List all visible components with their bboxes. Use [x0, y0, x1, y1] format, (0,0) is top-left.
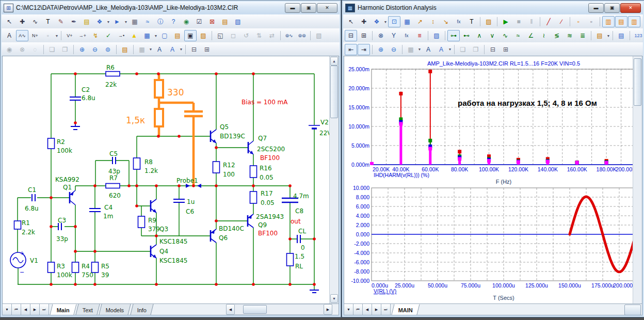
page-tab-text[interactable]: Text: [75, 304, 100, 315]
tab-menu-icon[interactable]: ▼: [3, 304, 12, 315]
voltage-marker-icon[interactable]: V+: [63, 30, 76, 41]
bring-front-icon[interactable]: ❏: [457, 44, 469, 55]
polygon-icon[interactable]: ✒: [68, 16, 80, 27]
checkbox-icon[interactable]: ☑: [193, 16, 205, 27]
y-axis-mode-icon[interactable]: ⇥: [358, 44, 370, 55]
clipboard-icon-dropdown-icon[interactable]: ▼: [606, 34, 610, 38]
dash-box2-icon[interactable]: ▫: [585, 16, 598, 27]
rows-icon[interactable]: ▤: [615, 16, 627, 27]
x-axis-mode-icon[interactable]: ⇤: [345, 44, 357, 55]
valley-icon[interactable]: ∨: [486, 30, 498, 41]
graph-setup-icon[interactable]: ▦: [401, 16, 413, 27]
send-back-icon[interactable]: ❐: [470, 44, 482, 55]
numeric-output-icon[interactable]: 123: [632, 30, 644, 41]
plot-area[interactable]: AMP_Like-Melodiya-103M2.CIR RL=1.5...16 …: [344, 56, 642, 304]
zoom-out-icon[interactable]: ⊖: [89, 44, 101, 55]
mode-grid-icon-dropdown-icon[interactable]: ▼: [417, 47, 422, 51]
list-icon[interactable]: ▤: [615, 30, 627, 41]
split-h-icon[interactable]: ⊟: [188, 44, 200, 55]
first-tab-icon[interactable]: ⏮: [353, 304, 363, 315]
minimize-button[interactable]: ▬: [285, 3, 300, 13]
pause-icon[interactable]: ‖: [525, 16, 538, 27]
font-icon[interactable]: A: [153, 44, 166, 55]
info-icon[interactable]: ⓘ: [154, 16, 167, 27]
attr-text-icon[interactable]: A: [3, 30, 15, 41]
mode-grid-icon[interactable]: ▦: [136, 44, 148, 55]
condition-icon[interactable]: ✓: [102, 30, 115, 41]
find-icon[interactable]: ⊚⊚: [296, 30, 308, 41]
wire-mode-icon[interactable]: ∿: [29, 16, 41, 27]
schematic-canvas[interactable]: R622kC26.8uR2100kC543pR7620KSA992Q1C16.8…: [2, 56, 339, 304]
schematic-vscrollbar[interactable]: ▲ ▼: [329, 56, 339, 303]
region-box-icon[interactable]: ◱: [214, 30, 227, 41]
new-page-icon[interactable]: ▢: [158, 30, 171, 41]
properties-icon[interactable]: ▨: [482, 16, 495, 27]
font-color-icon-dropdown-icon[interactable]: ▼: [179, 47, 183, 51]
next-tab-icon[interactable]: ▶: [372, 304, 381, 315]
pan-icon[interactable]: ✚: [16, 16, 28, 27]
shape-icon[interactable]: ❖: [371, 16, 383, 27]
font-color-icon-dropdown-icon[interactable]: ▼: [448, 47, 452, 51]
analysis-titlebar[interactable]: ▦ Harmonic Distortion Analysis ▬ ▣ ✕: [343, 2, 643, 14]
vscroll-thumb[interactable]: [330, 66, 338, 118]
hscroll-left-icon[interactable]: ◀: [226, 304, 235, 315]
maximize-button[interactable]: ▣: [604, 3, 620, 13]
page-tab-models[interactable]: Models: [99, 304, 132, 315]
more-circle-icon[interactable]: ◌: [29, 44, 41, 55]
columns2-icon[interactable]: ▥: [628, 16, 640, 27]
zoom-100-icon[interactable]: ⊚: [102, 44, 114, 55]
hscroll-thumb[interactable]: [243, 305, 267, 314]
node-voltage-icon[interactable]: ▫: [42, 30, 54, 41]
pin-connect-icon[interactable]: →•: [115, 30, 127, 41]
error-sheet-icon[interactable]: ⊠: [206, 16, 218, 27]
text-icon[interactable]: T: [42, 16, 54, 27]
select-icon[interactable]: ↖: [3, 16, 15, 27]
properties-icon[interactable]: ▨: [197, 30, 210, 41]
send-back-icon[interactable]: ❐: [59, 44, 71, 55]
slope-icon[interactable]: ∠: [525, 30, 537, 41]
y-value-icon[interactable]: Y: [388, 30, 400, 41]
edit-sheet-icon[interactable]: ▧: [232, 16, 244, 27]
wave-mark-icon[interactable]: ∿: [499, 30, 511, 41]
component-icon[interactable]: ❖: [93, 16, 106, 27]
hscroll-thumb[interactable]: [624, 305, 641, 315]
bus-icon[interactable]: ▤: [81, 16, 93, 27]
find-wave-icon[interactable]: ⊚∿: [283, 30, 295, 41]
columns3-icon[interactable]: ▥: [641, 16, 644, 27]
stop-circle-icon[interactable]: ◉: [3, 44, 15, 55]
line-icon[interactable]: ✎: [55, 16, 67, 27]
fx-icon[interactable]: fx: [453, 16, 465, 27]
page-tab-main[interactable]: Main: [50, 304, 76, 315]
next-tab-icon[interactable]: ▶: [30, 304, 40, 315]
wave-scan-icon[interactable]: ≈: [512, 30, 524, 41]
mode-grid-icon[interactable]: ▦: [405, 44, 417, 55]
data-points2-icon[interactable]: ⊷: [460, 30, 473, 41]
scale-dn-icon[interactable]: ↘: [440, 16, 452, 27]
first-tab-icon[interactable]: ⏮: [12, 304, 21, 315]
stripes-icon[interactable]: ▤: [219, 16, 231, 27]
run-icon[interactable]: ▶: [500, 16, 512, 27]
hscroll-right-icon[interactable]: ▶: [324, 304, 332, 315]
pan-icon[interactable]: ✚: [358, 16, 370, 27]
prev-tab-icon[interactable]: ◀: [363, 304, 372, 315]
scroll-down-icon[interactable]: ▼: [330, 294, 338, 303]
grid-icon-dropdown-icon[interactable]: ▼: [154, 34, 158, 38]
wave-stack-icon[interactable]: ≣: [576, 30, 589, 41]
scale-xy-icon[interactable]: ↕: [427, 16, 439, 27]
hline-cursor-icon[interactable]: ⊟: [345, 30, 357, 41]
x-value-icon[interactable]: ⊗: [375, 30, 387, 41]
dash-box-icon[interactable]: ▫: [572, 16, 585, 27]
edit-props-icon[interactable]: ▨: [430, 30, 443, 41]
prev-tab-icon[interactable]: ◀: [21, 304, 30, 315]
maximize-button[interactable]: ▣: [301, 3, 316, 13]
grid-icon[interactable]: ▦: [141, 30, 153, 41]
plot-vscrollbar[interactable]: [633, 56, 642, 303]
mode-grid-icon-dropdown-icon[interactable]: ▼: [149, 47, 153, 51]
schematic-titlebar[interactable]: ⊞ C:\MC12\DATA\Petrov\AMP_Like_Melodiya-…: [2, 2, 340, 14]
cross-cursor-icon[interactable]: ⊞: [358, 30, 370, 41]
power-icon[interactable]: ↯: [89, 30, 102, 41]
limits-icon[interactable]: ╱: [542, 16, 555, 27]
spreadsheet-icon[interactable]: ▦: [128, 16, 141, 27]
web-icon[interactable]: ◉: [180, 16, 192, 27]
bring-front-icon[interactable]: ❏: [46, 44, 58, 55]
